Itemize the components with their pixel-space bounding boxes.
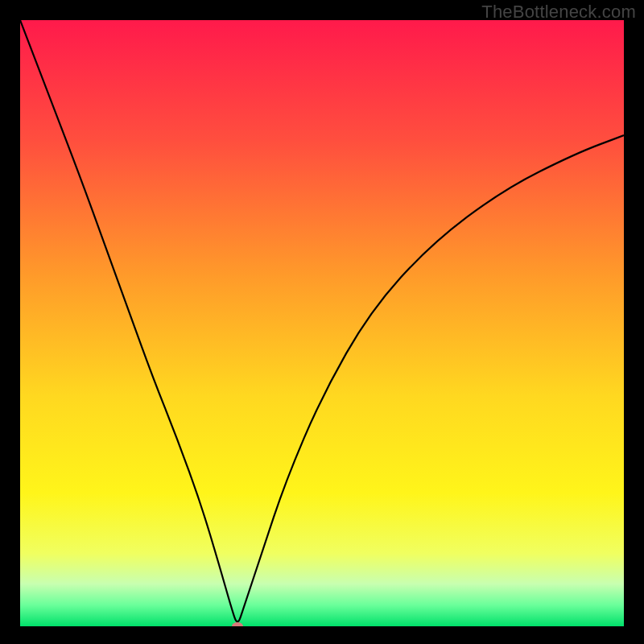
gradient-background [20, 20, 624, 626]
bottleneck-chart [20, 20, 624, 626]
chart-frame: TheBottleneck.com [0, 0, 644, 644]
